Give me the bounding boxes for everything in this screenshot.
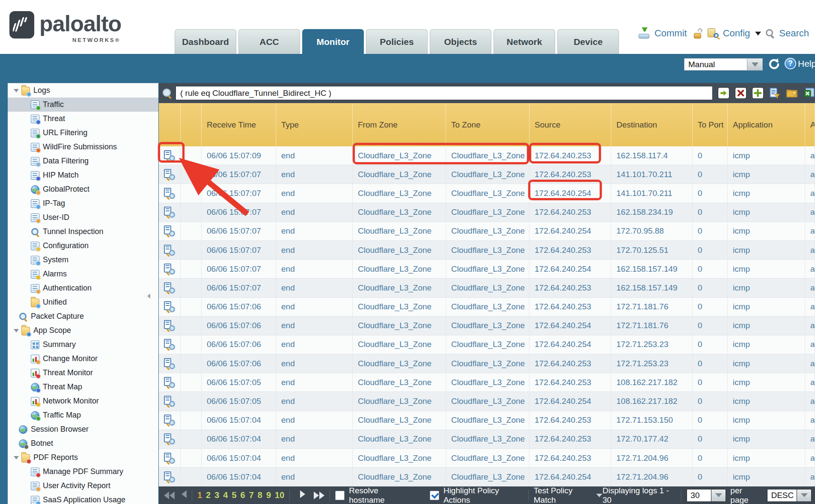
column-header-to-port[interactable]: To Port <box>693 103 728 146</box>
sidebar-item-alarms[interactable]: Alarms <box>8 267 158 281</box>
config-button[interactable]: Config <box>723 28 750 39</box>
tab-device[interactable]: Device <box>557 29 619 54</box>
sidebar-item-packet-capture[interactable]: Packet Capture <box>8 309 158 323</box>
log-detail-button[interactable] <box>159 184 181 202</box>
log-detail-button[interactable] <box>159 317 181 335</box>
sidebar-item-saas-application-usage[interactable]: SaaS Application Usage <box>8 493 158 504</box>
sidebar-item-user-activity-report[interactable]: User Activity Report <box>8 479 158 493</box>
sidebar-item-hip-match[interactable]: HIP Match <box>8 168 158 182</box>
sidebar-item-pdf-reports[interactable]: PDF Reports <box>8 451 158 465</box>
tab-dashboard[interactable]: Dashboard <box>175 29 236 54</box>
sort-order-select[interactable]: DESC <box>767 489 812 502</box>
sidebar-item-summary[interactable]: Summary <box>8 338 158 352</box>
page-number-5[interactable]: 5 <box>232 490 236 500</box>
column-header-receive-time[interactable]: Receive Time <box>202 103 276 146</box>
per-page-caret[interactable] <box>711 489 726 502</box>
column-header-type[interactable]: Type <box>276 103 353 146</box>
sidebar-collapse-handle[interactable] <box>147 291 151 301</box>
sidebar-item-traffic[interactable]: Traffic <box>8 98 158 112</box>
sidebar-item-data-filtering[interactable]: Data Filtering <box>8 154 158 168</box>
column-header-destination[interactable]: Destination <box>611 103 693 146</box>
log-detail-button[interactable] <box>159 222 181 240</box>
sidebar-item-logs[interactable]: Logs <box>8 83 158 98</box>
tab-network[interactable]: Network <box>494 29 555 54</box>
refresh-mode-caret[interactable] <box>747 58 763 71</box>
sidebar-item-threat[interactable]: Threat <box>8 112 158 126</box>
page-number-9[interactable]: 9 <box>266 490 271 500</box>
page-number-1[interactable]: 1 <box>197 490 202 500</box>
highlight-policy-actions-checkbox[interactable] <box>430 491 439 500</box>
column-header-from-zone[interactable]: From Zone <box>353 103 446 146</box>
apply-filter-button[interactable] <box>718 87 729 99</box>
per-page-select[interactable]: 30 <box>687 489 726 502</box>
sidebar-item-botnet[interactable]: Botnet <box>8 436 158 451</box>
refresh-button[interactable] <box>767 58 780 71</box>
log-detail-button[interactable] <box>159 165 181 184</box>
column-header-a[interactable]: A <box>805 103 815 146</box>
expand-caret-icon[interactable] <box>14 329 19 332</box>
export-button[interactable] <box>803 87 815 99</box>
sidebar-item-wildfire-submissions[interactable]: WildFire Submissions <box>8 140 158 154</box>
tab-objects[interactable]: Objects <box>430 29 491 54</box>
log-detail-button[interactable] <box>159 279 181 297</box>
column-header-application[interactable]: Application <box>728 103 805 146</box>
page-number-8[interactable]: 8 <box>258 490 262 500</box>
sidebar-item-manage-pdf-summary[interactable]: Manage PDF Summary <box>8 465 158 479</box>
sidebar-item-user-id[interactable]: User-ID <box>8 210 158 225</box>
log-detail-button[interactable] <box>159 392 181 410</box>
page-number-3[interactable]: 3 <box>214 490 219 500</box>
sidebar-item-unified[interactable]: Unified <box>8 295 158 309</box>
sidebar-item-tunnel-inspection[interactable]: Tunnel Inspection <box>8 225 158 239</box>
sidebar-item-threat-monitor[interactable]: Threat Monitor <box>8 366 158 380</box>
lock-icon[interactable] <box>694 28 703 39</box>
log-detail-button[interactable] <box>159 411 181 430</box>
log-detail-button[interactable] <box>159 354 181 373</box>
sort-order-caret[interactable] <box>797 489 812 502</box>
tab-monitor[interactable]: Monitor <box>302 29 364 54</box>
log-detail-button[interactable] <box>159 203 181 222</box>
sidebar-item-system[interactable]: System <box>8 253 158 267</box>
sidebar-item-configuration[interactable]: Configuration <box>8 239 158 253</box>
expand-caret-icon[interactable] <box>14 89 19 92</box>
column-header-source[interactable]: Source <box>529 103 611 146</box>
page-number-6[interactable]: 6 <box>241 490 245 500</box>
last-page-button[interactable] <box>314 492 324 499</box>
sidebar-item-globalprotect[interactable]: GlobalProtect <box>8 182 158 196</box>
prev-page-button[interactable] <box>181 490 187 500</box>
sidebar-item-ip-tag[interactable]: IP-Tag <box>8 196 158 210</box>
tab-acc[interactable]: ACC <box>238 29 300 54</box>
sidebar-item-authentication[interactable]: Authentication <box>8 281 158 295</box>
sidebar-item-session-browser[interactable]: Session Browser <box>8 422 158 436</box>
next-page-button[interactable] <box>300 490 305 500</box>
log-detail-button[interactable] <box>159 335 181 354</box>
log-detail-button[interactable] <box>159 260 181 278</box>
log-detail-button[interactable] <box>159 430 181 448</box>
sidebar-item-app-scope[interactable]: App Scope <box>8 323 158 338</box>
page-number-7[interactable]: 7 <box>249 490 254 500</box>
expand-caret-icon[interactable] <box>14 456 19 460</box>
search-button[interactable]: Search <box>779 28 809 39</box>
column-header-to-zone[interactable]: To Zone <box>446 103 529 146</box>
page-number-4[interactable]: 4 <box>223 490 228 500</box>
sidebar-item-network-monitor[interactable]: Network Monitor <box>8 394 158 408</box>
sidebar-item-traffic-map[interactable]: Traffic Map <box>8 408 158 422</box>
log-detail-button[interactable] <box>159 373 181 391</box>
first-page-button[interactable] <box>164 492 175 499</box>
refresh-mode-select[interactable]: Manual <box>684 58 763 71</box>
commit-button[interactable]: Commit <box>654 28 687 39</box>
help-area[interactable]: ? Help <box>785 58 815 69</box>
log-detail-button[interactable] <box>159 468 181 486</box>
page-number-10[interactable]: 10 <box>275 490 284 500</box>
tab-policies[interactable]: Policies <box>366 29 428 54</box>
sidebar-item-threat-map[interactable]: Threat Map <box>8 380 158 394</box>
log-detail-button[interactable] <box>159 241 181 259</box>
sidebar-item-change-monitor[interactable]: Change Monitor <box>8 352 158 366</box>
resolve-hostname-checkbox[interactable] <box>335 491 345 500</box>
filter-builder-button[interactable] <box>769 87 781 99</box>
add-filter-button[interactable] <box>752 87 764 99</box>
sidebar-item-url-filtering[interactable]: URL Filtering <box>8 126 158 140</box>
filter-query-input[interactable] <box>175 86 713 100</box>
load-filter-button[interactable] <box>786 87 798 99</box>
config-caret-icon[interactable] <box>755 32 761 36</box>
clear-filter-button[interactable] <box>735 87 747 99</box>
